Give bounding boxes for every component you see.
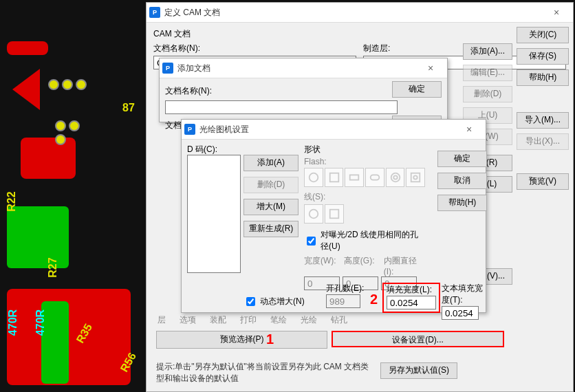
svg-rect-6 <box>411 173 420 182</box>
delete-button[interactable]: 删除(D) <box>463 86 512 102</box>
window-title: 定义 CAM 文档 <box>164 7 543 19</box>
tab-layer[interactable]: 层 <box>158 314 166 326</box>
text-fill-label: 文本填充宽度(T): <box>442 283 486 306</box>
doc-name-input[interactable] <box>165 100 398 114</box>
save-default-button[interactable]: 另存为默认值(S) <box>380 362 457 379</box>
same-aperture-checkbox[interactable]: 对曝光/2D 线使用相同的孔径(U) <box>304 229 425 252</box>
shape-donut-icon[interactable] <box>386 168 405 187</box>
tab-pen[interactable]: 笔绘 <box>270 314 287 326</box>
titlebar[interactable]: P 定义 CAM 文档 × <box>147 3 573 23</box>
svg-point-8 <box>310 210 318 219</box>
export-button[interactable]: 导出(X)... <box>517 133 569 150</box>
flash-label: Flash: <box>304 157 425 166</box>
window-title: 光绘图机设置 <box>199 124 455 135</box>
doc-name-label: 文档名称(N): <box>165 85 392 97</box>
shape-sqdonut-icon[interactable] <box>406 168 425 187</box>
device-settings-button[interactable]: 设备设置(D)... <box>332 331 504 347</box>
annotation-2: 2 <box>370 292 378 307</box>
close-button[interactable]: 关闭(C) <box>517 27 569 43</box>
dcode-regen-button[interactable]: 重新生成(R) <box>243 221 299 237</box>
help-button[interactable]: 帮助(H) <box>437 195 487 211</box>
holes-input <box>326 294 360 308</box>
titlebar[interactable]: P 光绘图机设置 × <box>182 120 486 140</box>
shape-square-icon[interactable] <box>325 168 344 187</box>
dcode-label: D 码(C): <box>187 144 217 155</box>
svg-rect-2 <box>350 175 359 179</box>
tab-drill[interactable]: 钻孔 <box>331 314 347 326</box>
close-icon[interactable]: × <box>455 120 483 139</box>
dcode-add-button[interactable]: 添加(A) <box>243 155 299 171</box>
annotation-1: 1 <box>266 331 274 347</box>
preview-select-button[interactable]: 预览选择(P) <box>156 331 327 349</box>
add-button[interactable]: 添加(A)... <box>463 43 512 60</box>
tab-print[interactable]: 打印 <box>240 314 257 326</box>
tab-photoplot[interactable]: 光绘 <box>301 314 317 326</box>
height-label: 高度(G): <box>344 255 381 276</box>
plotter-settings-dialog: P 光绘图机设置 × D 码(C): 添加(A) 删除(D) 增大(M) 重新生… <box>181 119 486 313</box>
svg-rect-3 <box>371 175 380 179</box>
svg-point-7 <box>413 175 417 179</box>
fill-width-input[interactable] <box>387 296 436 309</box>
cam-doc-group-label: CAM 文档 <box>153 28 566 40</box>
app-icon: P <box>162 63 173 74</box>
preview-button[interactable]: 预览(V) <box>517 173 569 190</box>
app-icon: P <box>149 7 160 18</box>
svg-point-5 <box>393 175 397 179</box>
svg-rect-1 <box>329 173 338 182</box>
doc-name-label: 文档名称(N): <box>153 43 200 53</box>
close-icon[interactable]: × <box>417 58 444 78</box>
line-label: 线(S): <box>304 191 425 203</box>
text-fill-input[interactable] <box>442 306 479 320</box>
shape-label: 形状 <box>304 144 425 155</box>
shape-rect-icon[interactable] <box>345 168 364 187</box>
app-icon: P <box>184 124 195 135</box>
mfg-layer-label: 制造层: <box>363 43 390 53</box>
holes-label: 开孔数(E): <box>326 283 364 294</box>
import-button[interactable]: 导入(M)... <box>517 112 569 129</box>
dynamic-enlarge-checkbox[interactable]: 动态增大(N) <box>243 295 305 308</box>
help-button[interactable]: 帮助(H) <box>517 69 569 86</box>
dcode-delete-button[interactable]: 删除(D) <box>243 177 299 193</box>
save-button[interactable]: 保存(S) <box>517 48 569 65</box>
fill-width-label: 填充宽度(L): <box>384 284 439 296</box>
svg-point-0 <box>310 173 318 182</box>
hint-text: 提示:单击"另存为默认值"将当前设置另存为此 CAM 文档类型和输出设备的默认值 <box>156 361 369 384</box>
tab-options[interactable]: 选项 <box>180 314 196 326</box>
svg-rect-9 <box>330 210 339 219</box>
add-document-dialog: P 添加文档 × 文档名称(N): 确定 文档类型(T): 输出文件(F): 取… <box>159 58 448 122</box>
close-icon[interactable]: × <box>543 3 570 22</box>
ok-button[interactable]: 确定 <box>392 81 442 98</box>
shape-oval-icon[interactable] <box>365 168 384 187</box>
dcode-enlarge-button[interactable]: 增大(M) <box>243 199 299 215</box>
titlebar[interactable]: P 添加文档 × <box>160 58 447 78</box>
dcode-listbox[interactable] <box>187 155 241 273</box>
shape-circle-icon[interactable] <box>304 168 323 187</box>
svg-point-4 <box>391 173 400 182</box>
tab-assembly[interactable]: 装配 <box>210 314 226 326</box>
line-round-icon[interactable] <box>304 204 323 224</box>
window-title: 添加文档 <box>177 63 417 74</box>
line-square-icon[interactable] <box>325 204 344 224</box>
cancel-button[interactable]: 取消 <box>437 173 487 189</box>
inner-label: 内圈直径(I): <box>384 255 425 276</box>
width-label: 宽度(W): <box>304 255 341 276</box>
ok-button[interactable]: 确定 <box>437 151 487 167</box>
edit-button[interactable]: 编辑(E)... <box>463 65 512 81</box>
